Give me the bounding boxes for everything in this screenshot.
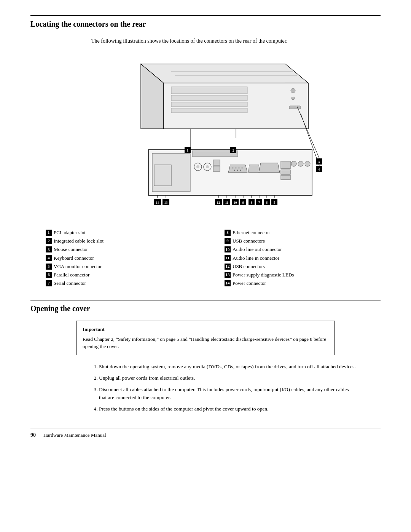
legend-num: 1 bbox=[46, 230, 52, 236]
important-box: Important Read Chapter 2, “Safety inform… bbox=[76, 321, 335, 355]
legend-num: 9 bbox=[225, 238, 231, 244]
legend-num: 8 bbox=[225, 230, 231, 236]
intro-text: The following illustration shows the loc… bbox=[91, 37, 381, 45]
svg-rect-12 bbox=[289, 106, 301, 109]
legend-item: 5VGA monitor connector bbox=[46, 263, 202, 270]
legend-text: Audio line out connector bbox=[233, 246, 282, 253]
legend-item: 12USB connectors bbox=[225, 263, 381, 270]
svg-text:2: 2 bbox=[233, 148, 234, 152]
legend-text: VGA monitor connector bbox=[54, 263, 102, 270]
svg-point-10 bbox=[291, 88, 295, 93]
footer-text: Hardware Maintenance Manual bbox=[43, 432, 106, 438]
svg-point-66 bbox=[305, 161, 310, 166]
svg-point-48 bbox=[234, 170, 235, 171]
svg-text:5: 5 bbox=[274, 201, 276, 204]
step-3: Disconnect all cables attached to the co… bbox=[99, 386, 358, 401]
legend-item: 7Serial connector bbox=[46, 280, 202, 287]
page-number: 90 bbox=[30, 432, 36, 438]
svg-rect-6 bbox=[171, 87, 247, 94]
svg-rect-7 bbox=[171, 95, 247, 101]
legend-left: 1PCI adapter slot2Integrated cable lock … bbox=[46, 229, 202, 288]
legend-num: 11 bbox=[225, 255, 231, 261]
svg-point-64 bbox=[291, 161, 296, 166]
svg-text:11: 11 bbox=[225, 201, 229, 204]
section-connectors: Locating the connectors on the rear The … bbox=[30, 15, 381, 288]
legend-right: 8Ethernet connector9USB connectors10Audi… bbox=[225, 229, 381, 288]
svg-rect-61 bbox=[281, 161, 290, 169]
svg-point-11 bbox=[292, 97, 295, 100]
svg-point-44 bbox=[233, 168, 234, 169]
legend-area: 1PCI adapter slot2Integrated cable lock … bbox=[46, 229, 381, 288]
svg-text:6: 6 bbox=[266, 201, 268, 204]
legend-num: 5 bbox=[46, 264, 52, 270]
legend-text: Mouse connector bbox=[54, 246, 88, 253]
legend-num: 3 bbox=[46, 246, 52, 252]
svg-text:3: 3 bbox=[318, 160, 320, 164]
important-text: Read Chapter 2, “Safety information,” on… bbox=[83, 335, 328, 350]
legend-item: 2Integrated cable lock slot bbox=[46, 238, 202, 244]
svg-point-32 bbox=[206, 165, 209, 168]
legend-item: 11Audio line in connector bbox=[225, 255, 381, 262]
svg-marker-60 bbox=[259, 163, 280, 173]
svg-rect-24 bbox=[154, 165, 171, 186]
svg-rect-63 bbox=[281, 175, 290, 180]
legend-item: 6Parallel connector bbox=[46, 272, 202, 278]
legend-num: 13 bbox=[225, 272, 231, 278]
legend-item: 1PCI adapter slot bbox=[46, 229, 202, 236]
svg-text:4: 4 bbox=[318, 168, 320, 171]
legend-num: 12 bbox=[225, 264, 231, 270]
legend-text: Audio line in connector bbox=[233, 255, 279, 262]
legend-text: Power supply diagnostic LEDs bbox=[233, 272, 294, 278]
legend-text: PCI adapter slot bbox=[54, 229, 86, 236]
legend-text: USB connectors bbox=[233, 263, 265, 270]
legend-item: 8Ethernet connector bbox=[225, 229, 381, 236]
legend-item: 13Power supply diagnostic LEDs bbox=[225, 272, 381, 278]
svg-text:9: 9 bbox=[242, 201, 244, 204]
svg-text:13: 13 bbox=[164, 201, 168, 204]
section-title-opening: Opening the cover bbox=[30, 304, 381, 313]
step-2: Unplug all power cords from electrical o… bbox=[99, 374, 358, 382]
svg-text:1: 1 bbox=[187, 148, 189, 152]
legend-item: 10Audio line out connector bbox=[225, 246, 381, 253]
svg-point-49 bbox=[237, 170, 238, 171]
legend-num: 6 bbox=[46, 272, 52, 278]
step-1: Shut down the operating system, remove a… bbox=[99, 363, 358, 371]
legend-text: Serial connector bbox=[54, 280, 86, 287]
section-title-connectors: Locating the connectors on the rear bbox=[30, 15, 381, 31]
svg-marker-0 bbox=[141, 64, 308, 83]
connector-diagram: 1 2 14 13 12 bbox=[72, 53, 339, 220]
svg-point-50 bbox=[240, 170, 241, 171]
step-4: Press the buttons on the sides of the co… bbox=[99, 405, 358, 413]
svg-rect-8 bbox=[171, 102, 247, 107]
svg-rect-33 bbox=[213, 160, 220, 165]
section-opening: Opening the cover Important Read Chapter… bbox=[30, 300, 381, 413]
legend-text: Parallel connector bbox=[54, 272, 89, 278]
legend-text: Keyboard connector bbox=[54, 255, 94, 262]
legend-num: 2 bbox=[46, 238, 52, 244]
legend-text: Power connector bbox=[233, 280, 266, 287]
svg-point-47 bbox=[242, 168, 243, 169]
legend-num: 14 bbox=[225, 280, 231, 286]
svg-text:14: 14 bbox=[156, 201, 160, 204]
diagram-container: 1 2 14 13 12 bbox=[30, 53, 381, 220]
legend-num: 4 bbox=[46, 255, 52, 261]
svg-marker-43 bbox=[228, 165, 247, 173]
svg-rect-9 bbox=[171, 108, 247, 113]
svg-rect-62 bbox=[281, 170, 290, 174]
legend-text: Ethernet connector bbox=[233, 229, 270, 236]
svg-rect-34 bbox=[213, 166, 220, 171]
legend-item: 4Keyboard connector bbox=[46, 255, 202, 262]
svg-point-65 bbox=[298, 161, 303, 166]
legend-item: 9USB connectors bbox=[225, 238, 381, 244]
footer: 90 Hardware Maintenance Manual bbox=[30, 428, 381, 438]
svg-text:10: 10 bbox=[234, 201, 237, 204]
svg-text:12: 12 bbox=[217, 201, 221, 204]
legend-item: 3Mouse connector bbox=[46, 246, 202, 253]
svg-point-46 bbox=[239, 168, 240, 169]
legend-item: 14Power connector bbox=[225, 280, 381, 287]
svg-point-30 bbox=[196, 165, 199, 168]
svg-text:7: 7 bbox=[258, 201, 260, 204]
legend-num: 10 bbox=[225, 246, 231, 252]
legend-text: USB connectors bbox=[233, 238, 265, 244]
steps-list: Shut down the operating system, remove a… bbox=[99, 363, 358, 413]
